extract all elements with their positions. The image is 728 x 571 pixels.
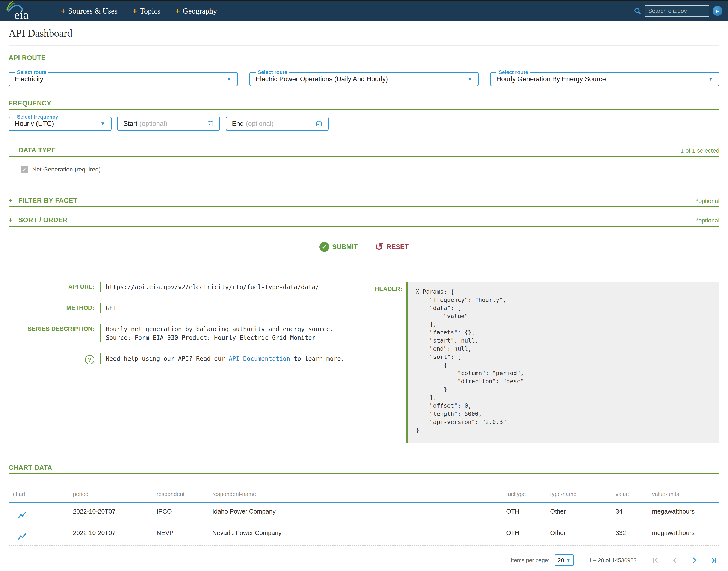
items-per-page-select[interactable]: 20 ▼ <box>555 555 573 566</box>
expand-plus-icon[interactable]: + <box>9 197 18 205</box>
cell-respondent: NEVP <box>157 530 212 545</box>
reset-button[interactable]: ↺ RESET <box>375 242 409 252</box>
cell-respondent-name: Nevada Power Company <box>212 530 506 545</box>
sort-order-section-header[interactable]: + SORT / ORDER *optional <box>9 216 719 227</box>
route-select-2-value: Electric Power Operations (Daily And Hou… <box>256 75 388 83</box>
question-mark-icon: ? <box>88 356 92 363</box>
cell-period: 2022-10-20T07 <box>73 508 157 524</box>
chart-line-icon[interactable] <box>13 530 73 545</box>
cell-type-name: Other <box>550 530 616 545</box>
divider <box>9 271 719 272</box>
cell-value-units: megawatthours <box>652 508 719 524</box>
cell-value: 34 <box>616 508 652 524</box>
expand-plus-icon[interactable]: + <box>9 216 18 224</box>
route-select-1-value: Electricity <box>15 75 43 83</box>
route-select-1[interactable]: Select route Electricity ▼ <box>9 72 238 86</box>
nav-item-topics[interactable]: + Topics <box>132 6 161 15</box>
col-header-value-units: value-units <box>652 491 719 497</box>
green-bar <box>99 303 101 313</box>
help-icon: ? <box>85 355 94 364</box>
first-page-icon[interactable] <box>652 556 660 564</box>
green-bar <box>99 353 101 364</box>
submit-button-label: SUBMIT <box>332 243 358 251</box>
nav-item-geography[interactable]: + Geography <box>175 6 217 15</box>
start-date-field[interactable]: Start (optional) <box>117 117 220 131</box>
api-route-heading: API ROUTE <box>9 54 46 62</box>
search-input[interactable] <box>645 5 709 16</box>
api-details-right: HEADER: X-Params: { "frequency": "hourly… <box>365 281 719 443</box>
reset-button-label: RESET <box>386 243 408 251</box>
pagination-range: 1 – 20 of 14536983 <box>588 557 637 564</box>
route-select-2[interactable]: Select route Electric Power Operations (… <box>250 72 479 86</box>
plus-icon: + <box>61 7 66 15</box>
page-title: API Dashboard <box>9 27 719 39</box>
frequency-select[interactable]: Select frequency Hourly (UTC) ▼ <box>9 117 111 131</box>
col-header-respondent: respondent <box>157 491 212 497</box>
net-generation-checkbox-label: Net Generation (required) <box>32 166 101 173</box>
plus-icon: + <box>175 7 180 15</box>
route-select-2-label: Select route <box>256 69 289 75</box>
help-text-suffix: to learn more. <box>290 355 345 362</box>
help-text-prefix: Need help using our API? Read our <box>106 355 229 362</box>
divider <box>9 454 719 454</box>
calendar-icon[interactable] <box>315 120 323 127</box>
nav-separator <box>168 4 168 18</box>
collapse-minus-icon[interactable]: − <box>9 146 18 154</box>
filter-facet-section-header[interactable]: + FILTER BY FACET *optional <box>9 197 719 207</box>
go-arrow-icon: ▶ <box>716 8 719 13</box>
net-generation-checkbox[interactable]: ✓ <box>21 166 28 174</box>
chart-line-icon[interactable] <box>13 508 73 524</box>
search-go-button[interactable]: ▶ <box>713 6 722 16</box>
green-bar <box>99 324 101 342</box>
api-details-left: API URL: https://api.eia.gov/v2/electric… <box>9 281 365 443</box>
route-select-1-label: Select route <box>15 69 49 75</box>
eia-logo[interactable]: eia <box>6 1 29 21</box>
chevron-down-icon: ▼ <box>566 558 570 563</box>
end-date-placeholder: (optional) <box>246 120 273 127</box>
table-row: 2022-10-20T07 IPCO Idaho Power Company O… <box>9 503 719 524</box>
start-date-placeholder: (optional) <box>140 120 167 127</box>
chevron-down-icon: ▼ <box>100 121 105 127</box>
header-label: HEADER: <box>365 281 402 443</box>
end-date-field[interactable]: End (optional) <box>225 117 329 131</box>
last-page-icon[interactable] <box>710 556 718 564</box>
pagination-bar: Items per page: 20 ▼ 1 – 20 of 14536983 <box>0 550 728 571</box>
check-icon: ✓ <box>22 166 27 173</box>
route-select-3-label: Select route <box>496 69 530 75</box>
cell-respondent-name: Idaho Power Company <box>212 508 506 524</box>
green-bar <box>99 281 101 292</box>
filter-facet-heading: FILTER BY FACET <box>18 197 77 205</box>
col-header-fueltype: fueltype <box>506 491 550 497</box>
end-date-label: End <box>232 120 244 127</box>
route-select-3-value: Hourly Generation By Energy Source <box>496 75 606 83</box>
nav-item-label: Sources & Uses <box>68 6 117 15</box>
submit-button[interactable]: ✓ SUBMIT <box>320 242 358 252</box>
col-header-chart: chart <box>13 491 73 497</box>
calendar-icon[interactable] <box>207 120 214 127</box>
series-description-line1: Hourly net generation by balancing autho… <box>106 325 365 334</box>
cell-fueltype: OTH <box>506 508 550 524</box>
filter-facet-optional-label: *optional <box>696 198 719 205</box>
method-label: METHOD: <box>9 303 94 313</box>
plus-icon: + <box>132 7 137 15</box>
sort-order-heading: SORT / ORDER <box>18 216 68 224</box>
frequency-heading: FREQUENCY <box>9 99 51 107</box>
api-documentation-link[interactable]: API Documentation <box>229 355 290 362</box>
cell-period: 2022-10-20T07 <box>73 530 157 545</box>
check-circle-icon: ✓ <box>320 242 329 252</box>
search-icon <box>634 7 641 15</box>
previous-page-icon[interactable] <box>671 556 679 564</box>
header-code-block: X-Params: { "frequency": "hourly", "data… <box>406 281 719 443</box>
cell-value: 332 <box>616 530 652 545</box>
data-type-section-header[interactable]: − DATA TYPE 1 of 1 selected <box>9 146 719 157</box>
nav-item-label: Topics <box>140 6 160 15</box>
data-type-selected-count: 1 of 1 selected <box>680 147 719 154</box>
nav-item-sources-uses[interactable]: + Sources & Uses <box>61 6 117 15</box>
start-date-label: Start <box>123 120 137 127</box>
chevron-down-icon: ▼ <box>226 76 232 82</box>
next-page-icon[interactable] <box>690 556 699 564</box>
col-header-value: value <box>616 491 652 497</box>
sort-order-optional-label: *optional <box>696 217 719 224</box>
route-select-3[interactable]: Select route Hourly Generation By Energy… <box>490 72 719 86</box>
api-url-label: API URL: <box>9 281 94 292</box>
